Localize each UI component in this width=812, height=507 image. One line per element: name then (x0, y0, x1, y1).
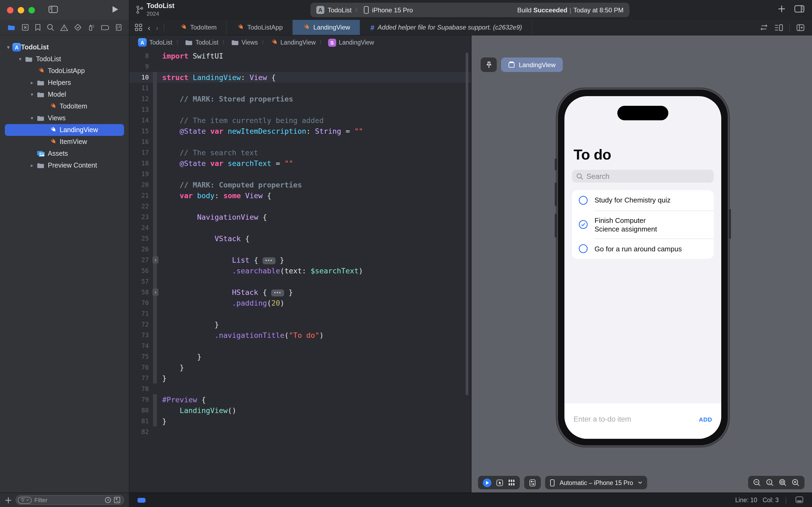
zoom-out-icon[interactable] (753, 478, 761, 487)
sidebar-item-todolist[interactable]: ▾ATodoList (0, 41, 129, 53)
code-line-74[interactable]: 74 (129, 340, 471, 351)
code-line-80[interactable]: 80 LandingView() (129, 405, 471, 416)
code-line-79[interactable]: 79#Preview { (129, 394, 471, 405)
unchecked-circle-icon[interactable] (578, 244, 588, 253)
zoom-actual-size-icon[interactable]: 1 (766, 478, 774, 487)
report-navigator-icon[interactable] (115, 23, 122, 31)
code-line-16[interactable]: 16 (129, 136, 471, 147)
breakpoint-navigator-icon[interactable] (101, 24, 110, 30)
tab-todoitem[interactable]: TodoItem (170, 20, 227, 35)
scheme-device-label[interactable]: iPhone 15 Pro (372, 6, 413, 14)
unchecked-circle-icon[interactable] (578, 195, 588, 205)
breadcrumb-item[interactable]: Views (231, 39, 258, 46)
code-line-12[interactable]: 12 // MARK: Stored properties (129, 94, 471, 104)
source-control-navigator-icon[interactable] (21, 23, 29, 31)
code-line-70[interactable]: 70 .padding(20) (129, 297, 471, 308)
code-line-25[interactable]: 25 VStack { (129, 233, 471, 244)
code-line-57[interactable]: 57 (129, 276, 471, 287)
code-line-11[interactable]: 11 (129, 83, 471, 94)
pin-preview-button[interactable] (481, 57, 497, 72)
toggle-debug-area-icon[interactable] (795, 496, 803, 503)
fold-ribbon[interactable]: › (153, 255, 157, 265)
scheme-project-label[interactable]: TodoList (328, 6, 351, 14)
project-navigator-icon[interactable] (7, 23, 15, 31)
code-line-10[interactable]: 10struct LandingView: View { (129, 72, 471, 83)
checked-circle-icon[interactable] (578, 220, 588, 229)
disclosure-chevron-icon[interactable]: ▾ (28, 115, 36, 121)
swap-editor-icon[interactable] (760, 24, 768, 31)
code-line-72[interactable]: 72 } (129, 319, 471, 330)
code-line-24[interactable]: 24 (129, 222, 471, 233)
zoom-to-fit-icon[interactable] (779, 478, 787, 487)
device-settings-icon[interactable] (529, 479, 536, 486)
debug-navigator-icon[interactable] (88, 23, 95, 31)
toggle-inspector-icon[interactable] (794, 5, 805, 13)
code-fold-ellipsis[interactable]: ••• (263, 257, 276, 264)
related-items-icon[interactable] (135, 23, 142, 31)
find-navigator-icon[interactable] (47, 23, 54, 31)
sidebar-item-todolist[interactable]: ▾TodoList (0, 53, 129, 65)
sidebar-item-views[interactable]: ▾Views (0, 112, 129, 124)
todo-row[interactable]: Go for a run around campus (572, 238, 714, 259)
disclosure-chevron-icon[interactable]: ▾ (28, 92, 36, 97)
code-line-26[interactable]: 26 (129, 244, 471, 255)
code-line-77[interactable]: 77} (129, 373, 471, 384)
scheme-selector[interactable]: A TodoList 〉 iPhone 15 Pro Build Succeed… (310, 3, 629, 17)
sidebar-item-model[interactable]: ▾Model (0, 89, 129, 101)
zoom-window-button[interactable] (28, 7, 35, 13)
breadcrumb-item[interactable]: LandingView (270, 39, 315, 46)
code-fold-ellipsis[interactable]: ••• (271, 289, 284, 296)
editor-scrollbar[interactable] (466, 53, 468, 395)
code-line-81[interactable]: 81} (129, 416, 471, 427)
code-line-23[interactable]: 23 NavigationView { (129, 212, 471, 222)
disclosure-chevron-icon[interactable]: ▸ (28, 80, 36, 86)
add-editor-icon[interactable] (797, 24, 805, 31)
code-line-9[interactable]: 9 (129, 61, 471, 72)
close-window-button[interactable] (7, 7, 13, 13)
test-navigator-icon[interactable] (74, 23, 81, 31)
scm-filter-icon[interactable] (114, 497, 120, 503)
code-line-76[interactable]: 76 } (129, 362, 471, 373)
todo-input-placeholder[interactable]: Enter a to-do item (574, 415, 631, 423)
filter-options-icon[interactable] (18, 497, 32, 504)
sidebar-item-itemview[interactable]: ItemView (0, 136, 129, 148)
code-line-18[interactable]: 18 @State var searchText = "" (129, 158, 471, 169)
live-preview-button[interactable] (483, 478, 491, 487)
sidebar-item-landingview[interactable]: LandingView (0, 124, 129, 136)
breadcrumb-item[interactable]: TodoList (185, 39, 219, 46)
editor-options-icon[interactable] (774, 24, 783, 31)
code-line-19[interactable]: 19 (129, 169, 471, 179)
issue-navigator-icon[interactable] (60, 24, 68, 31)
code-line-20[interactable]: 20 // MARK: Computed properties (129, 179, 471, 190)
code-area[interactable]: 8import SwiftUI910struct LandingView: Vi… (129, 49, 471, 437)
device-selector[interactable]: Automatic – iPhone 15 Pro (545, 476, 647, 489)
add-button[interactable]: ADD (699, 416, 712, 423)
bookmark-navigator-icon[interactable] (35, 23, 41, 31)
variants-mode-icon[interactable] (508, 479, 515, 486)
preview-target-pill[interactable]: LandingView (501, 57, 563, 72)
code-line-73[interactable]: 73 .navigationTitle("To do") (129, 330, 471, 340)
todo-row[interactable]: Finish ComputerScience assignment (572, 211, 714, 238)
sidebar-item-todoitem[interactable]: TodoItem (0, 101, 129, 112)
disclosure-chevron-icon[interactable]: ▾ (4, 45, 12, 50)
code-line-17[interactable]: 17 // The search text (129, 147, 471, 158)
forward-button[interactable]: › (156, 23, 159, 32)
sidebar-item-helpers[interactable]: ▸Helpers (0, 77, 129, 89)
code-line-58[interactable]: 58› HStack { ••• } (129, 287, 471, 297)
code-line-13[interactable]: 13 (129, 104, 471, 115)
tab-todolistapp[interactable]: TodoListApp (227, 20, 293, 35)
code-line-15[interactable]: 15 @State var newItemDescription: String… (129, 126, 471, 136)
sidebar-item-assets[interactable]: Assets (0, 148, 129, 160)
sidebar-item-preview-content[interactable]: ▸Preview Content (0, 160, 129, 171)
code-line-21[interactable]: 21 var body: some View { (129, 190, 471, 201)
code-line-82[interactable]: 82 (129, 427, 471, 437)
search-field[interactable]: Search (572, 170, 714, 183)
run-button[interactable] (112, 5, 119, 13)
breadcrumb-item[interactable]: SLandingView (328, 39, 374, 47)
breadcrumb-item[interactable]: ATodoList (138, 38, 172, 47)
tab-commit[interactable]: #Added helper file for Supabase support.… (361, 20, 532, 35)
add-file-icon[interactable] (5, 497, 12, 504)
tab-landingview[interactable]: LandingView (293, 20, 360, 35)
code-line-27[interactable]: 27› List { ••• } (129, 255, 471, 265)
zoom-in-icon[interactable] (792, 478, 800, 487)
